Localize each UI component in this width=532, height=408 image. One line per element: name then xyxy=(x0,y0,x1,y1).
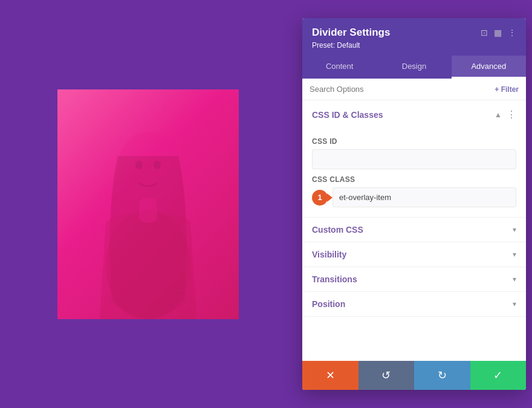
search-bar: + Filter xyxy=(302,79,526,100)
step-badge-1: 1 xyxy=(312,190,328,206)
image-placeholder xyxy=(57,89,239,319)
panel-title: Divider Settings xyxy=(312,27,390,39)
svg-point-4 xyxy=(135,161,143,169)
css-id-input[interactable] xyxy=(312,149,516,169)
section-custom-css-title: Custom CSS xyxy=(312,225,363,235)
chevron-down-icon: ▾ xyxy=(513,225,516,234)
chevron-down-icon-2: ▾ xyxy=(513,250,516,259)
section-custom-css: Custom CSS ▾ xyxy=(302,218,526,242)
columns-icon[interactable]: ▦ xyxy=(494,28,502,37)
settings-panel: Divider Settings ⊡ ▦ ⋮ Preset: Default C… xyxy=(302,18,526,390)
section-visibility-icons: ▾ xyxy=(513,250,516,259)
css-id-label: CSS ID xyxy=(312,137,516,146)
undo-button[interactable]: ↺ xyxy=(358,361,415,390)
section-custom-css-icons: ▾ xyxy=(513,225,516,234)
bottom-toolbar: ✕ ↺ ↻ ✓ xyxy=(302,361,526,390)
redo-button[interactable]: ↻ xyxy=(414,361,470,390)
section-position-title: Position xyxy=(312,299,345,309)
section-css-id-classes-header[interactable]: CSS ID & Classes ▲ ⋮ xyxy=(302,100,526,129)
person-shape xyxy=(57,89,239,319)
chevron-up-icon: ▲ xyxy=(495,111,502,119)
tab-advanced[interactable]: Advanced xyxy=(452,56,526,79)
person-svg xyxy=(57,89,239,319)
section-css-id-classes-content: CSS ID CSS Class 1 xyxy=(302,129,526,217)
preset-label-text: Preset: xyxy=(312,41,335,50)
svg-rect-3 xyxy=(139,198,157,222)
svg-point-5 xyxy=(154,161,161,169)
section-position-header[interactable]: Position ▾ xyxy=(302,292,526,316)
filter-button[interactable]: + Filter xyxy=(495,85,519,94)
section-visibility-header[interactable]: Visibility ▾ xyxy=(302,242,526,267)
section-visibility-title: Visibility xyxy=(312,250,346,259)
section-css-id-classes-title: CSS ID & Classes xyxy=(312,110,383,120)
section-position-icons: ▾ xyxy=(513,300,516,308)
tabs-bar: Content Design Advanced xyxy=(302,56,526,79)
panel-body: CSS ID & Classes ▲ ⋮ CSS ID CSS Class 1 xyxy=(302,100,526,361)
save-button[interactable]: ✓ xyxy=(470,361,527,390)
section-header-icons: ▲ ⋮ xyxy=(495,109,516,120)
tab-content[interactable]: Content xyxy=(302,56,377,79)
preset-value[interactable]: Default xyxy=(337,41,360,50)
section-css-id-classes: CSS ID & Classes ▲ ⋮ CSS ID CSS Class 1 xyxy=(302,100,526,218)
section-dots-icon[interactable]: ⋮ xyxy=(507,109,516,120)
canvas-area xyxy=(0,0,296,408)
css-class-input[interactable] xyxy=(332,187,516,207)
section-position: Position ▾ xyxy=(302,292,526,317)
chevron-down-icon-4: ▾ xyxy=(513,300,516,308)
badge-arrow: 1 xyxy=(312,190,328,206)
section-visibility: Visibility ▾ xyxy=(302,242,526,267)
section-transitions: Transitions ▾ xyxy=(302,267,526,292)
css-class-row: 1 xyxy=(312,187,516,207)
section-transitions-title: Transitions xyxy=(312,274,357,284)
chevron-down-icon-3: ▾ xyxy=(513,275,516,283)
tab-design[interactable]: Design xyxy=(377,56,451,79)
more-options-icon[interactable]: ⋮ xyxy=(508,28,516,37)
resize-icon[interactable]: ⊡ xyxy=(481,28,488,37)
panel-header: Divider Settings ⊡ ▦ ⋮ Preset: Default xyxy=(302,18,526,56)
cancel-button[interactable]: ✕ xyxy=(302,361,358,390)
section-transitions-icons: ▾ xyxy=(513,275,516,283)
css-class-label: CSS Class xyxy=(312,175,516,184)
section-custom-css-header[interactable]: Custom CSS ▾ xyxy=(302,218,526,242)
panel-header-icons: ⊡ ▦ ⋮ xyxy=(481,28,516,37)
search-input[interactable] xyxy=(310,85,495,94)
section-transitions-header[interactable]: Transitions ▾ xyxy=(302,267,526,291)
preset-row: Preset: Default xyxy=(312,41,516,50)
